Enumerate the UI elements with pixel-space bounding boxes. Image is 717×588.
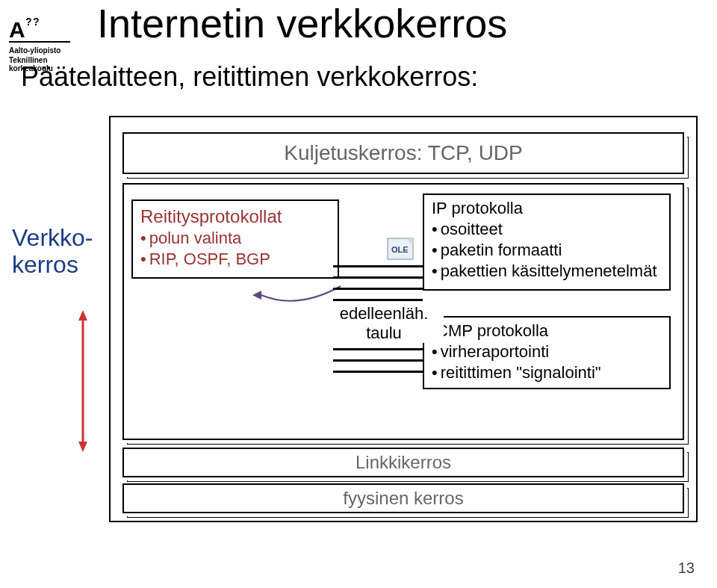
transport-layer-box: Kuljetuskerros: TCP, UDP bbox=[122, 132, 684, 174]
icmp-line-1: virheraportointi bbox=[432, 341, 662, 362]
network-layer-box: Reititysprotokollat polun valinta RIP, O… bbox=[122, 183, 684, 440]
routing-line-1: polun valinta bbox=[140, 228, 330, 249]
page-subtitle: Päätelaitteen, reitittimen verkkokerros: bbox=[21, 61, 478, 93]
red-double-arrow-icon bbox=[76, 310, 90, 452]
svg-text:A: A bbox=[9, 17, 25, 42]
svg-text:OLE: OLE bbox=[391, 245, 409, 254]
physical-layer-box: fyysinen kerros bbox=[122, 483, 684, 513]
link-layer-text: Linkkikerros bbox=[356, 452, 451, 473]
fwd-label-1: edelleenläh. bbox=[324, 304, 444, 324]
transport-layer-text: Kuljetuskerros: TCP, UDP bbox=[284, 141, 523, 165]
fwd-label-2: taulu bbox=[324, 324, 444, 343]
physical-layer-text: fyysinen kerros bbox=[343, 488, 463, 509]
routing-title: Reititysprotokollat bbox=[140, 205, 330, 228]
icmp-protocol-box: ICMP protokolla virheraportointi reititt… bbox=[423, 316, 671, 389]
icmp-title: ICMP protokolla bbox=[432, 321, 662, 341]
side-label-line2: kerros bbox=[12, 251, 93, 278]
svg-marker-5 bbox=[78, 310, 87, 321]
diagram-outer-box: Kuljetuskerros: TCP, UDP Reititysprotoko… bbox=[109, 116, 698, 522]
routing-protocols-box: Reititysprotokollat polun valinta RIP, O… bbox=[131, 199, 339, 279]
svg-text:?: ? bbox=[25, 16, 32, 28]
svg-marker-6 bbox=[78, 442, 87, 452]
ip-title: IP protokolla bbox=[432, 198, 662, 219]
network-layer-label: Verkko- kerros bbox=[12, 224, 93, 278]
page-title: Internetin verkkokerros bbox=[97, 0, 507, 46]
svg-text:?: ? bbox=[33, 16, 40, 28]
icmp-line-2: reitittimen "signalointi" bbox=[432, 362, 662, 383]
side-label-line1: Verkko- bbox=[12, 224, 93, 251]
logo-text-1: Aalto-yliopisto bbox=[9, 46, 84, 55]
forwarding-table: OLE edelleenläh. taulu bbox=[333, 265, 423, 370]
ole-object-icon: OLE bbox=[387, 238, 414, 260]
routing-line-2: RIP, OSPF, BGP bbox=[140, 249, 330, 270]
page-number: 13 bbox=[678, 560, 695, 577]
svg-marker-7 bbox=[252, 291, 261, 300]
ip-protocol-box: IP protokolla osoitteet paketin formaatt… bbox=[423, 194, 671, 291]
ip-line-3: pakettien käsittelymenetelmät bbox=[432, 261, 662, 282]
link-layer-box: Linkkikerros bbox=[122, 448, 684, 477]
ip-line-1: osoitteet bbox=[432, 219, 662, 240]
ip-line-2: paketin formaatti bbox=[432, 240, 662, 261]
forwarding-table-label: edelleenläh. taulu bbox=[324, 304, 444, 343]
